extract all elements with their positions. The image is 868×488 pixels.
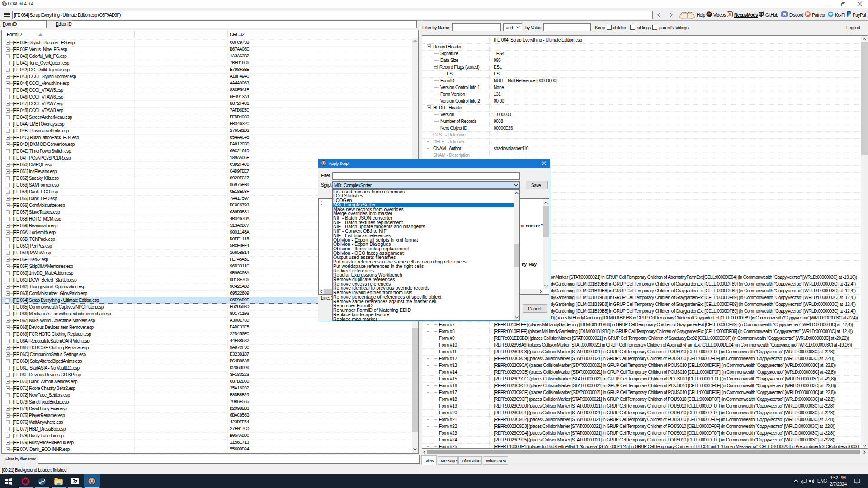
svg-text:GP: GP (707, 13, 712, 16)
